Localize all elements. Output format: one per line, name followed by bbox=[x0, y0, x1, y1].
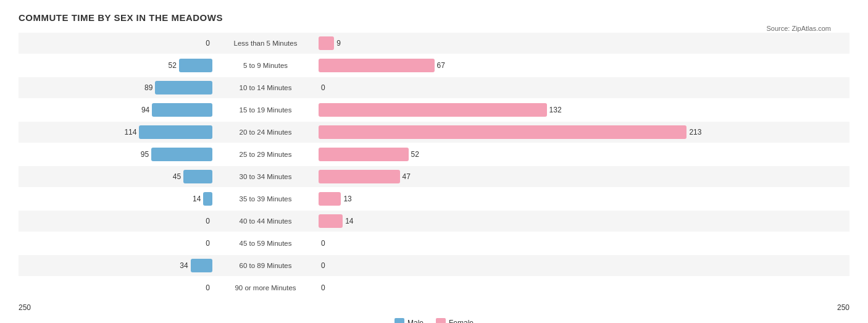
male-bar bbox=[183, 170, 212, 183]
left-bar-container: 34 bbox=[19, 259, 212, 272]
time-label: 60 to 89 Minutes bbox=[216, 262, 315, 269]
male-value: 52 bbox=[154, 61, 177, 70]
time-label: 15 to 19 Minutes bbox=[216, 106, 315, 114]
male-value: 0 bbox=[188, 39, 210, 48]
right-section: 0 bbox=[315, 237, 849, 250]
female-legend-icon bbox=[436, 318, 446, 323]
left-bar-container: 0 bbox=[19, 237, 212, 250]
left-bar-container: 89 bbox=[19, 81, 212, 94]
axis-row: 250 250 bbox=[19, 303, 849, 312]
chart-row: 89 10 to 14 Minutes 0 bbox=[19, 77, 849, 98]
chart-row: 95 25 to 29 Minutes 52 bbox=[19, 144, 849, 165]
female-value: 0 bbox=[321, 83, 325, 92]
left-bar-container: 114 bbox=[19, 125, 212, 139]
time-label: 45 to 59 Minutes bbox=[216, 240, 315, 247]
chart-row: 0 40 to 44 Minutes 14 bbox=[19, 211, 849, 232]
left-section: 94 bbox=[19, 103, 216, 117]
right-section: 0 bbox=[315, 259, 849, 272]
male-value: 0 bbox=[188, 283, 210, 292]
female-value: 52 bbox=[411, 150, 419, 159]
female-value: 0 bbox=[321, 261, 325, 270]
right-section: 67 bbox=[315, 59, 849, 72]
source-label: Source: ZipAtlas.com bbox=[766, 25, 831, 32]
chart-row: 0 45 to 59 Minutes 0 bbox=[19, 233, 849, 254]
female-value: 67 bbox=[437, 61, 445, 70]
legend-female: Female bbox=[436, 318, 474, 323]
female-bar bbox=[319, 36, 334, 50]
time-label: 10 to 14 Minutes bbox=[216, 84, 315, 91]
left-section: 45 bbox=[19, 170, 216, 183]
male-value: 14 bbox=[178, 195, 201, 203]
male-bar bbox=[191, 259, 212, 272]
right-section: 14 bbox=[315, 214, 849, 228]
left-section: 34 bbox=[19, 259, 216, 272]
left-bar-container: 0 bbox=[19, 214, 212, 228]
chart-row: 114 20 to 24 Minutes 213 bbox=[19, 122, 849, 143]
female-value: 0 bbox=[321, 239, 325, 248]
chart-area: 0 Less than 5 Minutes 9 52 5 to 9 Minute… bbox=[19, 33, 849, 323]
left-section: 14 bbox=[19, 192, 216, 206]
left-section: 52 bbox=[19, 59, 216, 72]
right-section: 47 bbox=[315, 170, 849, 183]
chart-row: 0 Less than 5 Minutes 9 bbox=[19, 33, 849, 54]
male-bar bbox=[151, 148, 212, 161]
female-value: 132 bbox=[549, 106, 562, 114]
left-bar-container: 0 bbox=[19, 36, 212, 50]
male-bar bbox=[155, 81, 212, 94]
female-legend-label: Female bbox=[449, 319, 474, 323]
male-value: 114 bbox=[114, 128, 136, 136]
male-value: 95 bbox=[127, 150, 149, 159]
male-value: 0 bbox=[188, 239, 210, 248]
left-bar-container: 52 bbox=[19, 59, 212, 72]
male-value: 45 bbox=[159, 172, 181, 181]
female-value: 47 bbox=[403, 172, 411, 181]
right-section: 213 bbox=[315, 125, 849, 139]
right-section: 0 bbox=[315, 81, 849, 94]
axis-left-label: 250 bbox=[19, 303, 216, 312]
male-legend-label: Male bbox=[407, 319, 424, 323]
female-bar bbox=[319, 103, 547, 117]
chart-row: 0 90 or more Minutes 0 bbox=[19, 277, 849, 298]
chart-row: 34 60 to 89 Minutes 0 bbox=[19, 255, 849, 276]
right-section: 132 bbox=[315, 103, 849, 117]
time-label: 90 or more Minutes bbox=[216, 284, 315, 292]
right-section: 9 bbox=[315, 36, 849, 50]
female-value: 213 bbox=[689, 128, 701, 136]
left-section: 95 bbox=[19, 148, 216, 161]
male-value: 94 bbox=[127, 106, 149, 114]
chart-title: COMMUTE TIME BY SEX IN THE MEADOWS bbox=[19, 12, 849, 23]
male-bar bbox=[139, 125, 212, 139]
male-bar bbox=[203, 192, 212, 206]
male-legend-icon bbox=[394, 318, 404, 323]
male-value: 0 bbox=[188, 217, 210, 225]
female-value: 0 bbox=[321, 283, 325, 292]
left-bar-container: 94 bbox=[19, 103, 212, 117]
male-bar bbox=[179, 59, 212, 72]
female-value: 14 bbox=[345, 217, 353, 225]
female-value: 13 bbox=[343, 195, 351, 203]
legend-male: Male bbox=[394, 318, 424, 323]
time-label: 30 to 34 Minutes bbox=[216, 173, 315, 180]
right-section: 13 bbox=[315, 192, 849, 206]
left-section: 0 bbox=[19, 214, 216, 228]
left-section: 0 bbox=[19, 281, 216, 295]
left-section: 89 bbox=[19, 81, 216, 94]
left-bar-container: 14 bbox=[19, 192, 212, 206]
female-bar bbox=[319, 170, 400, 183]
left-bar-container: 0 bbox=[19, 281, 212, 295]
female-bar bbox=[319, 125, 686, 139]
legend: Male Female bbox=[19, 318, 849, 323]
time-label: 40 to 44 Minutes bbox=[216, 217, 315, 225]
axis-right-label: 250 bbox=[315, 303, 849, 312]
chart-row: 14 35 to 39 Minutes 13 bbox=[19, 188, 849, 209]
male-value: 89 bbox=[130, 83, 152, 92]
female-value: 9 bbox=[336, 39, 341, 48]
time-label: 5 to 9 Minutes bbox=[216, 62, 315, 69]
left-bar-container: 45 bbox=[19, 170, 212, 183]
left-bar-container: 95 bbox=[19, 148, 212, 161]
female-bar bbox=[319, 59, 435, 72]
female-bar bbox=[319, 214, 343, 228]
left-section: 0 bbox=[19, 36, 216, 50]
left-section: 114 bbox=[19, 125, 216, 139]
female-bar bbox=[319, 148, 409, 161]
